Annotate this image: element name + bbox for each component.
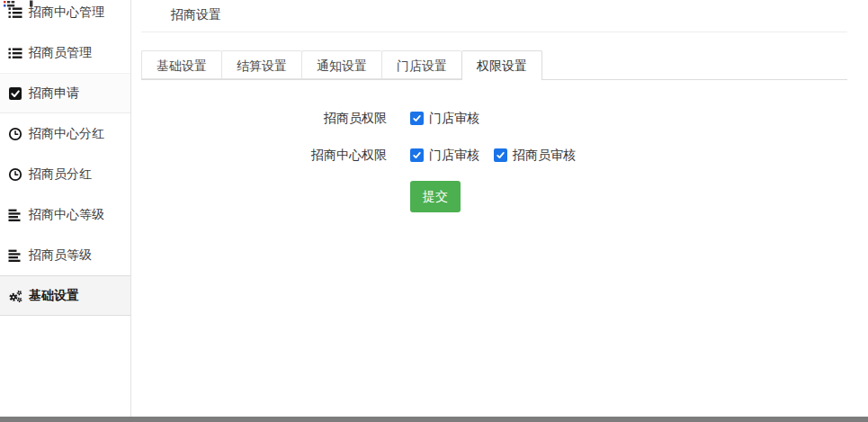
sidebar-item-zhaoshang-staff-manage[interactable]: 招商员管理 xyxy=(0,32,130,73)
tab-store-settings[interactable]: 门店设置 xyxy=(381,50,461,79)
clock-icon xyxy=(8,127,22,141)
clock-icon xyxy=(8,167,22,182)
page-title: 招商设置 xyxy=(141,0,847,32)
list-icon xyxy=(8,46,22,60)
sidebar-item-label: 招商中心管理 xyxy=(29,4,104,21)
cogs-icon xyxy=(8,289,22,303)
checkbox-store-audit[interactable]: 门店审核 xyxy=(410,148,479,164)
checkbox-label[interactable]: 门店审核 xyxy=(429,148,479,164)
checkbox-group: 门店审核 招商员审核 xyxy=(410,148,576,164)
checkbox-label[interactable]: 门店审核 xyxy=(429,111,479,127)
sidebar-item-label: 招商员管理 xyxy=(29,45,92,61)
app-window: 招商中心管理 招商员管理 xyxy=(0,0,868,422)
tab-notify-settings[interactable]: 通知设置 xyxy=(301,50,381,79)
sidebar-item-zhaoshang-center-manage[interactable]: 招商中心管理 xyxy=(0,0,130,32)
checkbox-checked-icon[interactable] xyxy=(494,148,507,162)
sidebar-item-label: 招商员分红 xyxy=(29,166,92,183)
tab-basic-settings[interactable]: 基础设置 xyxy=(141,50,221,79)
settings-tab-bar: 基础设置 结算设置 通知设置 门店设置 权限设置 xyxy=(141,50,847,80)
sidebar-item-label: 招商申请 xyxy=(29,85,79,102)
submit-row: 提交 xyxy=(410,181,847,212)
submit-button[interactable]: 提交 xyxy=(410,181,461,212)
form-row-staff-permission: 招商员权限 门店审核 xyxy=(141,107,847,130)
check-square-icon xyxy=(8,86,22,101)
permission-form: 招商员权限 门店审核 招商中心权限 xyxy=(141,107,847,212)
sidebar-item-staff-dividend[interactable]: 招商员分红 xyxy=(0,154,130,194)
align-bars-icon xyxy=(8,208,22,222)
sidebar-item-label: 基础设置 xyxy=(29,288,79,304)
sidebar-item-label: 招商中心分红 xyxy=(29,126,104,142)
form-label: 招商中心权限 xyxy=(141,148,387,164)
align-bars-icon xyxy=(8,248,22,263)
checkbox-label[interactable]: 招商员审核 xyxy=(513,148,576,164)
list-icon xyxy=(8,5,22,20)
bottom-edge-bar xyxy=(0,417,868,422)
checkbox-staff-audit[interactable]: 招商员审核 xyxy=(494,148,576,164)
sidebar-item-label: 招商中心等级 xyxy=(29,207,104,223)
form-label: 招商员权限 xyxy=(141,111,387,127)
tab-settlement-settings[interactable]: 结算设置 xyxy=(221,50,301,79)
main-content: 招商设置 基础设置 结算设置 通知设置 门店设置 权限设置 招商员权限 门店审核 xyxy=(131,0,868,417)
sidebar-menu: 招商中心管理 招商员管理 xyxy=(0,0,130,316)
sidebar-item-staff-level[interactable]: 招商员等级 xyxy=(0,235,130,275)
sidebar-item-label: 招商员等级 xyxy=(29,247,92,264)
sidebar-item-zhaoshang-apply[interactable]: 招商申请 xyxy=(0,73,130,113)
sidebar-item-basic-settings[interactable]: 基础设置 xyxy=(0,275,130,316)
sidebar-item-center-level[interactable]: 招商中心等级 xyxy=(0,194,130,235)
checkbox-store-audit[interactable]: 门店审核 xyxy=(410,111,479,127)
checkbox-checked-icon[interactable] xyxy=(410,148,424,162)
sidebar: 招商中心管理 招商员管理 xyxy=(0,0,131,417)
tab-permission-settings[interactable]: 权限设置 xyxy=(461,50,542,80)
checkbox-checked-icon[interactable] xyxy=(410,112,424,125)
form-row-center-permission: 招商中心权限 门店审核 招商员审核 xyxy=(141,144,847,166)
checkbox-group: 门店审核 xyxy=(410,111,479,127)
sidebar-item-center-dividend[interactable]: 招商中心分红 xyxy=(0,113,130,154)
